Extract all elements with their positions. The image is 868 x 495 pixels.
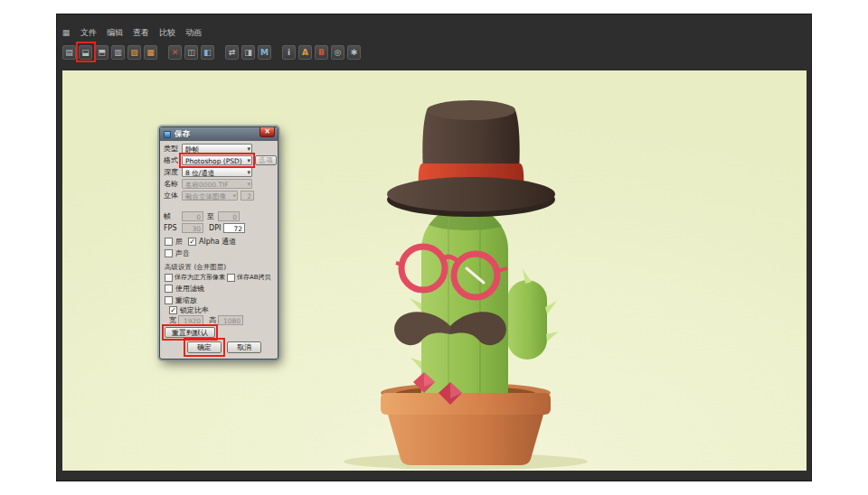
- format-options-button: 选项: [255, 155, 277, 165]
- app-icon: ▦: [61, 27, 71, 38]
- advanced-settings-header: 高级设置 (合并图层): [165, 263, 226, 272]
- swap-ab-icon[interactable]: ⇄: [225, 45, 239, 60]
- frame-from-field: 0: [182, 211, 203, 221]
- cancel-button[interactable]: 取消: [227, 341, 261, 353]
- delete-icon[interactable]: ✕: [168, 45, 182, 60]
- menu-compare[interactable]: 比较: [155, 27, 180, 39]
- dpi-label: DPI: [209, 223, 221, 233]
- square-pixels-label: 保存为正方形像素: [175, 273, 225, 283]
- frame-label: 帧: [164, 211, 171, 221]
- width-label: 宽: [169, 315, 176, 325]
- name-label: 名称: [164, 179, 178, 189]
- alpha-label: Alpha 通道: [199, 237, 236, 247]
- use-filter-label: 使用滤镜: [175, 284, 204, 294]
- ab-copy-checkbox[interactable]: [227, 274, 235, 282]
- menu-view[interactable]: 查看: [128, 27, 154, 39]
- format-dropdown[interactable]: Photoshop (PSD): [182, 155, 252, 165]
- version-a-icon[interactable]: A: [298, 45, 312, 60]
- frame-to-label: 至: [207, 211, 214, 221]
- zoom-icon[interactable]: ◎: [331, 45, 344, 60]
- use-filter-checkbox[interactable]: [165, 285, 173, 293]
- copy-icon[interactable]: ▥: [111, 45, 125, 60]
- menu-file[interactable]: 文件: [76, 27, 101, 39]
- sound-checkbox[interactable]: [165, 249, 173, 257]
- save-dialog: 保存 × 类型 静帧 格式 Photoshop (PSD) 选项 深度 8 位/…: [159, 126, 278, 360]
- layers-icon[interactable]: ◫: [184, 45, 198, 60]
- stereo-label: 立体: [164, 191, 178, 201]
- dpi-field[interactable]: 72: [223, 223, 245, 233]
- history-icon[interactable]: ▤: [62, 45, 76, 60]
- histogram-icon[interactable]: M: [258, 45, 271, 60]
- lock-ratio-label: 锁定比率: [180, 305, 209, 315]
- height-field: 1080: [218, 315, 243, 325]
- save-as-icon[interactable]: ⬒: [95, 45, 108, 60]
- fps-field: 30: [182, 223, 203, 233]
- close-icon[interactable]: ×: [259, 127, 275, 137]
- type-dropdown[interactable]: 静帧: [182, 144, 252, 154]
- lock-ratio-checkbox[interactable]: ✓: [169, 306, 177, 314]
- layers-checkbox[interactable]: [165, 238, 173, 246]
- compare-ab-icon[interactable]: ◧: [201, 45, 214, 60]
- square-pixels-checkbox[interactable]: [165, 274, 173, 282]
- info-icon[interactable]: i: [282, 45, 296, 60]
- folder-icon[interactable]: ▧: [127, 45, 141, 60]
- width-field: 1920: [178, 315, 203, 325]
- version-b-icon[interactable]: B: [315, 45, 328, 60]
- ab-copy-label: 保存AB拷贝: [237, 273, 271, 283]
- depth-dropdown[interactable]: 8 位/通道: [182, 167, 252, 177]
- split-view-icon[interactable]: ◨: [241, 45, 255, 60]
- picture-viewer-window: ▦ 文件 编辑 查看 比较 动画 ▤ ⬓ ⬒ ▥ ▧ ▦ ✕ ◫ ◧ ⇄ ◨ M…: [56, 14, 812, 481]
- sound-label: 声音: [175, 248, 190, 258]
- ok-button[interactable]: 确定: [187, 341, 222, 353]
- stereo-count-field: 2: [241, 191, 254, 201]
- depth-label: 深度: [164, 167, 178, 177]
- menu-edit[interactable]: 编辑: [102, 27, 127, 39]
- save-icon[interactable]: ⬓: [79, 45, 92, 60]
- type-label: 类型: [164, 144, 178, 154]
- reset-defaults-button[interactable]: 重置到默认: [165, 327, 215, 338]
- dialog-icon: [164, 131, 171, 138]
- rescale-checkbox[interactable]: [165, 296, 173, 304]
- dialog-title: 保存: [175, 129, 190, 140]
- menu-animation[interactable]: 动画: [181, 27, 206, 39]
- fps-label: FPS: [164, 223, 177, 233]
- layers-label: 层: [175, 237, 183, 247]
- toolbar: ▤ ⬓ ⬒ ▥ ▧ ▦ ✕ ◫ ◧ ⇄ ◨ M i A B ◎ ✱: [62, 44, 361, 61]
- frame-to-field: 0: [218, 211, 240, 221]
- format-label: 格式: [164, 155, 178, 165]
- menubar: ▦ 文件 编辑 查看 比较 动画: [61, 26, 206, 39]
- rescale-label: 重缩放: [175, 295, 197, 305]
- height-label: 高: [209, 315, 216, 325]
- settings-icon[interactable]: ✱: [347, 45, 361, 60]
- alpha-checkbox[interactable]: ✓: [188, 238, 196, 246]
- image-icon[interactable]: ▦: [144, 45, 157, 60]
- stereo-dropdown: 融合立体图像: [182, 191, 238, 201]
- flower-pot: [381, 393, 551, 465]
- name-dropdown: 名称0000.TIF: [182, 179, 252, 189]
